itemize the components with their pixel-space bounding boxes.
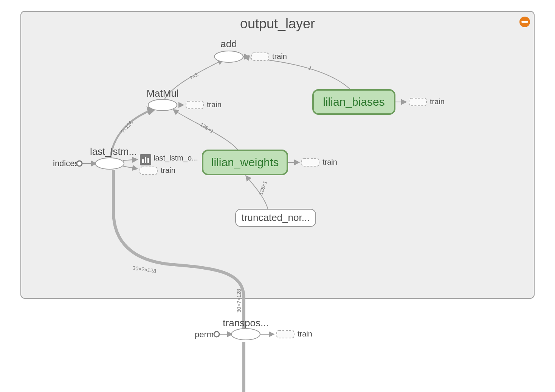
- last-lstm-aux-label: last_lstm_o...: [153, 154, 198, 162]
- scope-title: output_layer: [240, 16, 315, 31]
- svg-rect-13: [147, 158, 149, 163]
- svg-point-16: [77, 161, 82, 166]
- svg-rect-11: [142, 159, 144, 163]
- node-lilian-biases-label: lilian_biases: [323, 96, 384, 108]
- aux-train-label: train: [298, 330, 312, 338]
- svg-point-3: [214, 51, 243, 62]
- node-lilian-biases[interactable]: lilian_biases: [313, 90, 395, 114]
- svg-point-6: [148, 99, 177, 111]
- aux-train-label: train: [272, 52, 287, 60]
- node-add-label: add: [220, 38, 237, 49]
- const-indices-label: indices: [53, 159, 79, 168]
- svg-rect-12: [145, 157, 146, 163]
- histogram-icon[interactable]: [140, 154, 151, 165]
- node-lilian-weights[interactable]: lilian_weights: [203, 150, 287, 174]
- aux-train-transpose[interactable]: train: [277, 330, 312, 338]
- aux-train-label: train: [322, 158, 337, 166]
- const-perm-label: perm: [195, 330, 214, 339]
- node-transpose-label: transpos...: [223, 317, 268, 329]
- collapse-button[interactable]: [519, 17, 530, 27]
- node-truncated-normal-label: truncated_nor...: [242, 212, 310, 223]
- svg-rect-14: [140, 167, 157, 174]
- svg-rect-4: [251, 53, 269, 60]
- aux-train-label: train: [207, 100, 222, 109]
- svg-point-9: [95, 158, 124, 169]
- svg-rect-18: [409, 98, 426, 106]
- const-perm[interactable]: perm: [195, 330, 219, 339]
- svg-rect-21: [302, 159, 319, 166]
- svg-rect-7: [186, 101, 203, 109]
- svg-rect-25: [277, 330, 294, 338]
- node-transpose[interactable]: transpos...: [223, 317, 268, 340]
- node-matmul-label: MatMul: [146, 88, 178, 99]
- edge-shape-tp-in: 30×?×128: [236, 289, 242, 313]
- node-truncated-normal[interactable]: truncated_nor...: [236, 209, 316, 227]
- node-lilian-weights-label: lilian_weights: [211, 156, 279, 168]
- aux-train-label: train: [161, 166, 175, 174]
- node-last-lstm-label: last_lstm...: [90, 146, 137, 157]
- svg-point-27: [214, 332, 219, 337]
- const-indices[interactable]: indices: [53, 159, 82, 168]
- svg-point-24: [231, 329, 260, 340]
- aux-train-label: train: [430, 97, 445, 106]
